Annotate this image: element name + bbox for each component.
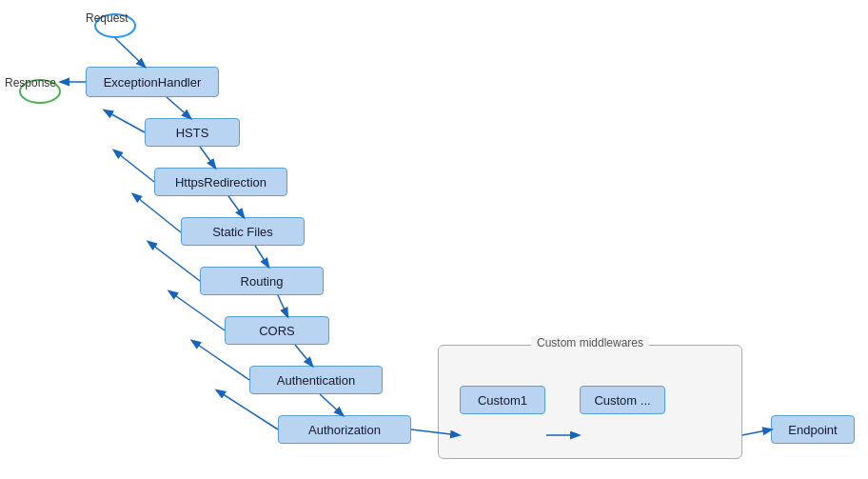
svg-line-16 (411, 429, 459, 435)
diagram-container: Request Response ExceptionHandler HSTS H… (0, 0, 868, 479)
arrows-svg (0, 0, 868, 479)
svg-line-7 (133, 194, 181, 232)
svg-line-4 (200, 147, 215, 168)
svg-line-15 (217, 390, 278, 429)
svg-line-8 (255, 246, 268, 267)
svg-line-14 (320, 394, 343, 415)
svg-line-3 (105, 110, 145, 132)
svg-line-11 (169, 291, 225, 330)
svg-line-6 (228, 196, 244, 217)
svg-line-5 (114, 150, 154, 182)
svg-line-12 (295, 345, 312, 366)
svg-line-0 (115, 38, 145, 67)
svg-line-18 (742, 429, 771, 435)
svg-line-9 (148, 242, 200, 281)
svg-line-2 (167, 97, 190, 118)
svg-line-10 (278, 295, 287, 316)
svg-line-13 (192, 341, 249, 380)
